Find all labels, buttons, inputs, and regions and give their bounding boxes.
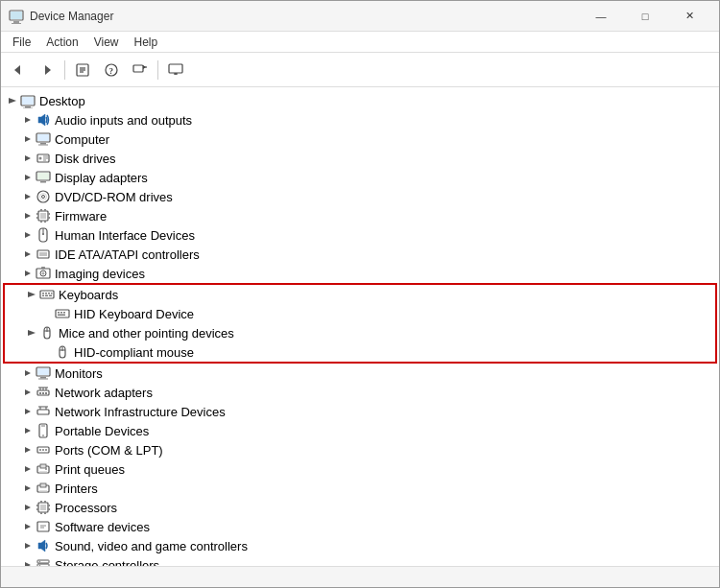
update-driver-button[interactable] xyxy=(127,57,154,83)
tree-firmware[interactable]: Firmware xyxy=(1,206,719,225)
menu-file[interactable]: File xyxy=(5,34,38,51)
hid-icon xyxy=(36,227,51,243)
svg-marker-4 xyxy=(14,65,20,75)
properties-button[interactable] xyxy=(69,57,96,83)
svg-point-66 xyxy=(42,272,45,275)
title-bar: Device Manager — □ ✕ xyxy=(1,1,719,32)
print-queues-icon xyxy=(36,461,51,477)
ide-label: IDE ATA/ATAPI controllers xyxy=(55,247,200,262)
menu-view[interactable]: View xyxy=(86,34,127,51)
tree-ports[interactable]: Ports (COM & LPT) xyxy=(1,440,719,459)
tree-hid[interactable]: Human Interface Devices xyxy=(1,225,719,245)
processors-expand-icon xyxy=(20,500,36,515)
disk-label: Disk drives xyxy=(55,152,116,166)
back-icon xyxy=(12,63,25,77)
tree-disk[interactable]: Disk drives xyxy=(1,149,719,168)
svg-rect-73 xyxy=(51,293,53,294)
svg-marker-5 xyxy=(45,65,51,75)
network-infra-expand-icon xyxy=(20,404,36,419)
svg-rect-119 xyxy=(40,464,46,468)
svg-rect-91 xyxy=(37,368,49,375)
tree-printers[interactable]: Printers xyxy=(1,479,719,498)
tree-storage[interactable]: Storage controllers xyxy=(1,555,719,566)
tree-software[interactable]: Software devices xyxy=(1,517,719,536)
toolbar: ? xyxy=(1,53,719,87)
menu-action[interactable]: Action xyxy=(38,34,85,51)
root-label: Desktop xyxy=(39,94,85,108)
help-button[interactable]: ? xyxy=(98,57,125,83)
forward-button[interactable] xyxy=(34,57,60,83)
tree-audio[interactable]: Audio inputs and outputs xyxy=(1,110,719,129)
mice-icon xyxy=(39,325,55,341)
tree-hid-keyboard[interactable]: HID Keyboard Device xyxy=(5,304,715,323)
tree-processors[interactable]: Processors xyxy=(1,498,719,517)
tree-portable[interactable]: Portable Devices xyxy=(1,421,719,440)
tree-root[interactable]: Desktop xyxy=(1,91,719,110)
forward-icon xyxy=(40,63,54,77)
svg-rect-28 xyxy=(40,143,46,145)
display-expand-icon xyxy=(20,170,36,185)
display-button[interactable] xyxy=(162,57,189,83)
svg-rect-54 xyxy=(40,213,46,219)
display-icon xyxy=(168,62,183,78)
network-infra-label: Network Infrastructure Devices xyxy=(55,405,226,419)
svg-point-102 xyxy=(45,392,47,394)
tree-monitors[interactable]: Monitors xyxy=(1,364,719,383)
sound-icon xyxy=(36,538,51,553)
tree-dvd[interactable]: DVD/CD-ROM drives xyxy=(1,187,719,206)
tree-display[interactable]: Display adapters xyxy=(1,168,719,187)
tree-imaging[interactable]: Imaging devices xyxy=(1,264,719,283)
mice-expand-icon xyxy=(24,325,39,341)
svg-marker-68 xyxy=(28,292,36,297)
tree-network-infra[interactable]: Network Infrastructure Devices xyxy=(1,402,719,421)
maximize-button[interactable]: □ xyxy=(623,1,667,32)
tree-sound[interactable]: Sound, video and game controllers xyxy=(1,536,719,555)
highlight-region: Keyboards HID Keyboard Device xyxy=(3,283,717,364)
tree-print-queues[interactable]: Print queues xyxy=(1,459,719,479)
tree-mice[interactable]: Mice and other pointing devices xyxy=(5,323,715,342)
hid-expand-icon xyxy=(20,227,36,243)
firmware-icon xyxy=(36,208,51,223)
firmware-label: Firmware xyxy=(55,209,107,223)
imaging-icon xyxy=(36,266,51,281)
minimize-button[interactable]: — xyxy=(579,1,623,32)
svg-rect-12 xyxy=(133,65,143,72)
close-button[interactable]: ✕ xyxy=(667,1,711,32)
monitors-expand-icon xyxy=(20,365,36,381)
svg-rect-3 xyxy=(11,12,22,19)
svg-point-32 xyxy=(39,157,42,160)
svg-rect-124 xyxy=(40,483,46,487)
svg-rect-79 xyxy=(58,312,60,314)
update-icon xyxy=(132,62,148,78)
dvd-expand-icon xyxy=(20,189,36,204)
svg-marker-112 xyxy=(25,447,31,453)
hid-label: Human Interface Devices xyxy=(55,228,195,243)
tree-ide[interactable]: IDE ATA/ATAPI controllers xyxy=(1,245,719,264)
tree-hid-mouse[interactable]: HID-compliant mouse xyxy=(5,342,715,362)
svg-marker-36 xyxy=(25,175,31,180)
svg-point-114 xyxy=(39,449,41,451)
svg-rect-51 xyxy=(36,217,38,219)
menu-help[interactable]: Help xyxy=(127,34,166,51)
back-button[interactable] xyxy=(5,57,32,83)
svg-point-41 xyxy=(37,191,49,202)
monitors-icon xyxy=(36,365,51,381)
svg-point-58 xyxy=(42,233,44,235)
svg-rect-50 xyxy=(36,213,38,215)
svg-rect-49 xyxy=(44,221,46,223)
toolbar-separator-2 xyxy=(157,60,158,80)
help-icon: ? xyxy=(104,62,119,78)
svg-point-147 xyxy=(39,561,40,562)
tree-computer[interactable]: Computer xyxy=(1,129,719,149)
processors-label: Processors xyxy=(55,501,117,515)
audio-label: Audio inputs and outputs xyxy=(55,113,192,128)
svg-rect-138 xyxy=(37,522,49,531)
ports-label: Ports (COM & LPT) xyxy=(55,443,163,458)
ide-icon xyxy=(36,247,51,262)
svg-rect-80 xyxy=(60,312,62,314)
svg-rect-39 xyxy=(40,181,46,183)
tree-keyboards[interactable]: Keyboards xyxy=(5,285,715,304)
tree-network-adapters[interactable]: Network adapters xyxy=(1,383,719,402)
svg-rect-104 xyxy=(37,410,49,414)
svg-rect-69 xyxy=(40,291,54,298)
